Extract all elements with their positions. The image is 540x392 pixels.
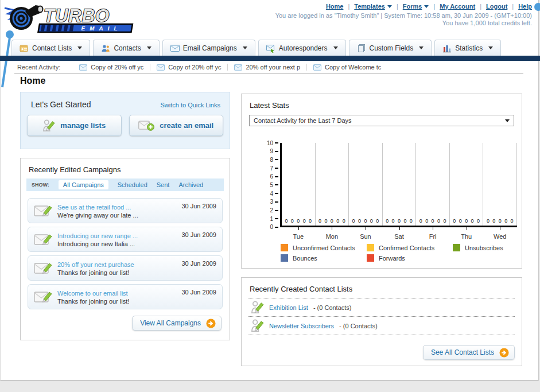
y-tick-mark <box>275 210 278 211</box>
recent-activity-item[interactable]: Copy of 20% off yc <box>73 64 150 71</box>
value-label: 0 <box>403 218 406 224</box>
legend-swatch <box>281 254 288 262</box>
y-axis-tick: 2 <box>263 207 278 214</box>
email-campaigns-icon <box>170 44 180 53</box>
tab-custom-fields[interactable]: Custom Fields <box>349 40 432 56</box>
top-nav-forms[interactable]: Forms <box>403 3 422 10</box>
filter-archived[interactable]: Archived <box>178 181 203 188</box>
campaign-row[interactable]: Welcome to our email list Thanks for joi… <box>28 284 223 309</box>
value-label: 0 <box>376 218 379 224</box>
y-axis-tick: 1 <box>263 215 278 222</box>
top-nav-help[interactable]: Help <box>518 3 532 10</box>
custom-fields-icon <box>357 44 366 53</box>
tab-statistics[interactable]: Statistics <box>434 40 501 56</box>
recent-activity-item[interactable]: Copy of 20% off yc <box>150 64 227 71</box>
x-tick-mark <box>298 227 299 230</box>
chevron-down-icon <box>333 46 338 49</box>
x-tick-label: Thu <box>450 233 483 240</box>
envelope-plus-icon <box>138 120 154 131</box>
value-labels: 00000 <box>450 218 483 224</box>
recently-edited-campaigns-panel: Recently Edited Campaigns SHOW: All Camp… <box>20 158 230 340</box>
chevron-down-icon <box>505 119 510 122</box>
tab-email-campaigns[interactable]: Email Campaigns <box>162 40 255 56</box>
x-tick-mark <box>433 227 433 230</box>
autoresponders-icon <box>266 44 275 53</box>
campaign-row[interactable]: Introducing our new range ... Introducin… <box>28 227 223 252</box>
turbo-email-logo: TURBO EMAIL <box>2 1 139 34</box>
y-axis-tick: 0 <box>263 224 278 231</box>
legend-swatch <box>281 244 288 251</box>
campaign-subtitle: Introducing our new Italia ... <box>57 240 216 248</box>
top-nav-templates[interactable]: Templates <box>354 3 385 10</box>
filter-all-campaigns[interactable]: All Campaigns <box>59 180 108 189</box>
recent-activity-item[interactable]: Copy of Welcome tc <box>306 64 387 71</box>
create-email-button[interactable]: create an email <box>129 115 224 136</box>
legend-label: Forwards <box>379 255 405 262</box>
value-label: 0 <box>324 218 327 224</box>
view-all-campaigns-button[interactable]: View All Campaigns <box>132 316 222 331</box>
stats-range-select[interactable]: Contact Activity for the Last 7 Days <box>249 115 514 126</box>
switch-quick-links[interactable]: Switch to Quick Links <box>160 102 220 108</box>
x-tick-mark <box>366 227 366 230</box>
tab-label: Statistics <box>455 44 483 52</box>
tab-contact-lists[interactable]: Contact Lists <box>11 40 90 56</box>
value-labels: 00000 <box>316 218 349 224</box>
manage-lists-button[interactable]: manage lists <box>27 115 122 136</box>
tab-contacts[interactable]: Contacts <box>93 40 159 56</box>
y-axis-tick: 9 <box>263 148 278 155</box>
page-title: Home <box>20 76 45 86</box>
value-label: 0 <box>492 218 495 224</box>
recent-activity-item[interactable]: 20% off your next p <box>227 64 306 71</box>
top-nav-logout[interactable]: Logout <box>486 3 507 10</box>
get-started-panel: Let's Get Started Switch to Quick Links … <box>20 92 230 149</box>
value-label: 0 <box>309 218 312 224</box>
see-all-contact-lists-button[interactable]: See All Contact Lists <box>423 345 515 360</box>
chart-day-group: 00000Tue <box>282 143 316 226</box>
value-label: 0 <box>297 218 300 224</box>
top-nav-my-account[interactable]: My Account <box>440 3 475 10</box>
recent-activity-label: Recent Activity: <box>17 64 60 71</box>
campaign-row[interactable]: 20% off your next purchase Thanks for jo… <box>28 255 223 281</box>
filter-scheduled[interactable]: Scheduled <box>118 181 147 188</box>
main-nav-tabs: Contact Lists Contacts Email Campaigns A… <box>0 40 540 56</box>
y-axis-tick: 3 <box>263 199 278 205</box>
y-tick-mark <box>275 159 278 160</box>
top-nav-home[interactable]: Home <box>326 3 344 10</box>
value-label: 0 <box>291 218 294 224</box>
recent-activity-text: Copy of Welcome tc <box>325 64 381 71</box>
manage-lists-label: manage lists <box>60 121 106 130</box>
y-axis-tick: 10 <box>263 139 278 146</box>
see-all-contact-lists-label: See All Contact Lists <box>431 348 494 356</box>
value-label: 0 <box>336 218 339 224</box>
x-tick-label: Tue <box>282 233 315 240</box>
header-divider <box>14 73 523 74</box>
view-all-campaigns-label: View All Campaigns <box>140 319 201 327</box>
value-label: 0 <box>358 218 361 224</box>
value-label: 0 <box>499 218 502 224</box>
campaign-row[interactable]: See us at the retail food ... We're givi… <box>28 198 223 223</box>
contact-list-link[interactable]: Exhibition List <box>269 304 308 311</box>
tab-label: Custom Fields <box>370 44 414 52</box>
y-tick-label: 9 <box>270 148 273 154</box>
y-tick-label: 1 <box>270 216 273 222</box>
statistics-icon <box>442 44 452 53</box>
stats-range-value: Contact Activity for the Last 7 Days <box>254 117 352 124</box>
y-axis-tick: 4 <box>263 190 278 197</box>
filter-sent[interactable]: Sent <box>157 181 170 188</box>
legend-item: Unconfirmed Contacts <box>281 244 367 251</box>
contact-list-link[interactable]: Newsletter Subscribers <box>269 323 334 329</box>
contact-list-item[interactable]: Exhibition List - (0 Contacts) <box>242 298 522 316</box>
envelope-icon <box>234 64 242 71</box>
x-tick-label: Mon <box>316 233 349 240</box>
chart-day-group: 00000Mon <box>316 143 349 226</box>
legend-swatch <box>367 244 374 251</box>
contact-list-item[interactable]: Newsletter Subscribers - (0 Contacts) <box>242 317 522 335</box>
chart-day-group: 00000Thu <box>450 143 484 226</box>
y-tick-label: 0 <box>270 224 273 230</box>
value-label: 0 <box>437 218 440 224</box>
logo-title: TURBO <box>44 6 110 26</box>
person-pencil-icon <box>251 319 264 333</box>
y-tick-label: 7 <box>270 165 273 172</box>
tab-autoresponders[interactable]: Autoresponders <box>258 40 346 56</box>
recent-activity-text: Copy of 20% off yc <box>91 64 143 71</box>
